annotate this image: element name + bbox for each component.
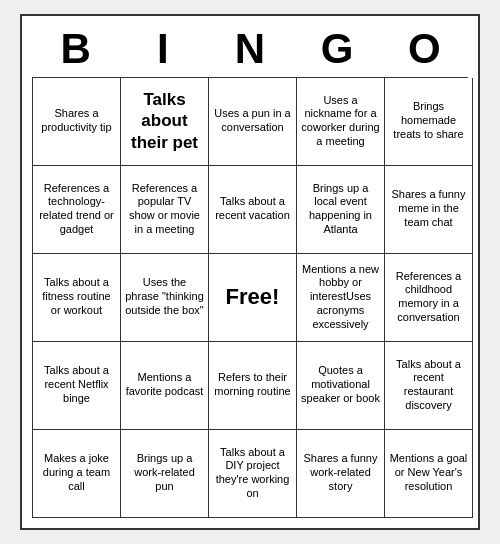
bingo-cell-b1[interactable]: Shares a productivity tip: [33, 78, 121, 166]
bingo-cell-o4[interactable]: Talks about a recent restaurant discover…: [385, 342, 473, 430]
bingo-letter-b: B: [34, 26, 118, 72]
bingo-cell-n2[interactable]: Talks about a recent vacation: [209, 166, 297, 254]
bingo-cell-b3[interactable]: Talks about a fitness routine or workout: [33, 254, 121, 342]
bingo-cell-i4[interactable]: Mentions a favorite podcast: [121, 342, 209, 430]
bingo-letter-o: O: [382, 26, 466, 72]
bingo-letter-n: N: [208, 26, 292, 72]
bingo-cell-o3[interactable]: References a childhood memory in a conve…: [385, 254, 473, 342]
bingo-cell-n4[interactable]: Refers to their morning routine: [209, 342, 297, 430]
bingo-cell-g4[interactable]: Quotes a motivational speaker or book: [297, 342, 385, 430]
bingo-cell-o1[interactable]: Brings homemade treats to share: [385, 78, 473, 166]
bingo-cell-i2[interactable]: References a popular TV show or movie in…: [121, 166, 209, 254]
bingo-cell-i3[interactable]: Uses the phrase "thinking outside the bo…: [121, 254, 209, 342]
bingo-cell-i1[interactable]: Talks about their pet: [121, 78, 209, 166]
bingo-letter-g: G: [295, 26, 379, 72]
bingo-cell-b5[interactable]: Makes a joke during a team call: [33, 430, 121, 518]
bingo-cell-b2[interactable]: References a technology-related trend or…: [33, 166, 121, 254]
bingo-cell-o2[interactable]: Shares a funny meme in the team chat: [385, 166, 473, 254]
bingo-cell-g5[interactable]: Shares a funny work-related story: [297, 430, 385, 518]
bingo-cell-n1[interactable]: Uses a pun in a conversation: [209, 78, 297, 166]
bingo-letter-i: I: [121, 26, 205, 72]
bingo-cell-n3[interactable]: Free!: [209, 254, 297, 342]
bingo-cell-g2[interactable]: Brings up a local event happening in Atl…: [297, 166, 385, 254]
bingo-cell-i5[interactable]: Brings up a work-related pun: [121, 430, 209, 518]
bingo-cell-b4[interactable]: Talks about a recent Netflix binge: [33, 342, 121, 430]
bingo-grid: Shares a productivity tipTalks about the…: [32, 77, 468, 518]
bingo-cell-n5[interactable]: Talks about a DIY project they're workin…: [209, 430, 297, 518]
bingo-header: BINGO: [32, 26, 468, 72]
bingo-cell-o5[interactable]: Mentions a goal or New Year's resolution: [385, 430, 473, 518]
bingo-cell-g3[interactable]: Mentions a new hobby or interestUses acr…: [297, 254, 385, 342]
bingo-card: BINGO Shares a productivity tipTalks abo…: [20, 14, 480, 529]
bingo-cell-g1[interactable]: Uses a nickname for a coworker during a …: [297, 78, 385, 166]
